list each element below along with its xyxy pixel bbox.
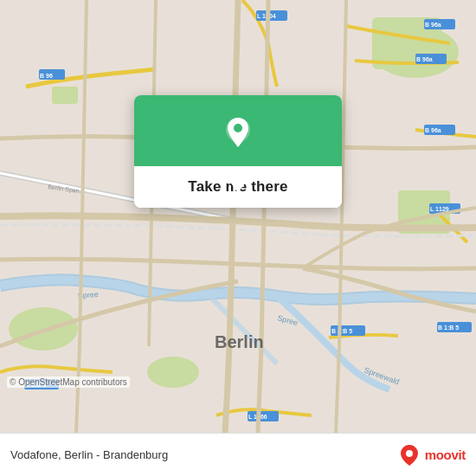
svg-text:L 1129: L 1129 xyxy=(430,206,449,212)
location-label: Vodafone, Berlin - Brandenburg xyxy=(10,448,389,461)
map-container: Spree Spree B 96 B 96a B 96a L 1004 B 96… xyxy=(0,0,476,433)
svg-text:B 96: B 96 xyxy=(40,73,53,79)
map-background: Spree Spree B 96 B 96a B 96a L 1004 B 96… xyxy=(0,0,476,433)
svg-text:B 96a: B 96a xyxy=(425,127,441,133)
svg-text:Berlin: Berlin xyxy=(215,332,264,351)
moovit-pin-icon xyxy=(397,443,421,467)
moovit-logo: moovit xyxy=(397,443,466,467)
popup-header xyxy=(134,95,342,166)
svg-point-5 xyxy=(147,357,199,388)
location-pin-icon xyxy=(219,114,257,152)
svg-text:B 96a: B 96a xyxy=(416,56,433,62)
svg-rect-6 xyxy=(52,87,78,104)
svg-text:B 1:B 5: B 1:B 5 xyxy=(438,325,459,331)
bottom-bar: Vodafone, Berlin - Brandenburg moovit xyxy=(0,433,476,476)
svg-point-34 xyxy=(406,450,413,457)
svg-text:B 2:B 5: B 2:B 5 xyxy=(331,328,352,334)
moovit-wordmark: moovit xyxy=(425,447,466,462)
osm-attribution: © OpenStreetMap contributors xyxy=(7,376,130,388)
svg-point-33 xyxy=(234,124,242,132)
popup-caret xyxy=(229,181,247,193)
svg-text:B 96a: B 96a xyxy=(425,22,441,28)
